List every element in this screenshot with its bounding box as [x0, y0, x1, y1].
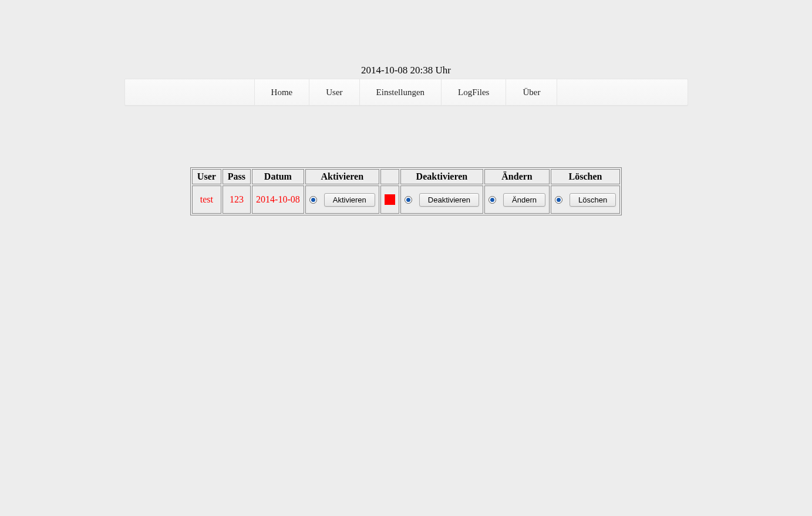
cell-deaktivieren: Deaktivieren	[400, 186, 483, 214]
radio-loeschen[interactable]	[555, 196, 562, 204]
th-status	[380, 169, 399, 184]
aktivieren-button[interactable]: Aktivieren	[324, 193, 375, 207]
nav-about[interactable]: Über	[506, 79, 557, 105]
table-row: test 123 2014-10-08 Aktivieren Deaktivie…	[192, 186, 620, 214]
cell-user: test	[192, 186, 221, 214]
th-datum: Datum	[252, 169, 304, 184]
navbar-inner: Home User Einstellungen LogFiles Über	[255, 79, 558, 105]
th-aktivieren: Aktivieren	[305, 169, 379, 184]
cell-status	[380, 186, 399, 214]
deaktivieren-button[interactable]: Deaktivieren	[419, 193, 479, 207]
nav-home[interactable]: Home	[254, 79, 310, 105]
cell-aendern: Ändern	[484, 186, 550, 214]
th-deaktivieren: Deaktivieren	[400, 169, 483, 184]
radio-deaktivieren[interactable]	[405, 196, 412, 204]
th-user: User	[192, 169, 221, 184]
aendern-button[interactable]: Ändern	[503, 193, 545, 207]
user-table: User Pass Datum Aktivieren Deaktivieren …	[190, 167, 622, 215]
radio-aktivieren[interactable]	[309, 196, 317, 204]
radio-aendern[interactable]	[488, 196, 496, 204]
cell-pass: 123	[223, 186, 251, 214]
cell-aktivieren: Aktivieren	[305, 186, 379, 214]
cell-datum: 2014-10-08	[252, 186, 304, 214]
main-navbar: Home User Einstellungen LogFiles Über	[124, 79, 688, 106]
status-indicator-icon	[385, 194, 395, 205]
table-header-row: User Pass Datum Aktivieren Deaktivieren …	[192, 169, 620, 184]
nav-logfiles[interactable]: LogFiles	[441, 79, 506, 105]
loeschen-button[interactable]: Löschen	[570, 193, 616, 207]
th-loeschen: Löschen	[551, 169, 620, 184]
user-table-wrap: User Pass Datum Aktivieren Deaktivieren …	[124, 167, 688, 215]
timestamp-label: 2014-10-08 20:38 Uhr	[124, 65, 688, 76]
nav-user[interactable]: User	[309, 79, 359, 105]
cell-loeschen: Löschen	[551, 186, 620, 214]
page-container: 2014-10-08 20:38 Uhr Home User Einstellu…	[124, 0, 688, 215]
nav-settings[interactable]: Einstellungen	[359, 79, 442, 105]
th-aendern: Ändern	[484, 169, 550, 184]
th-pass: Pass	[223, 169, 251, 184]
